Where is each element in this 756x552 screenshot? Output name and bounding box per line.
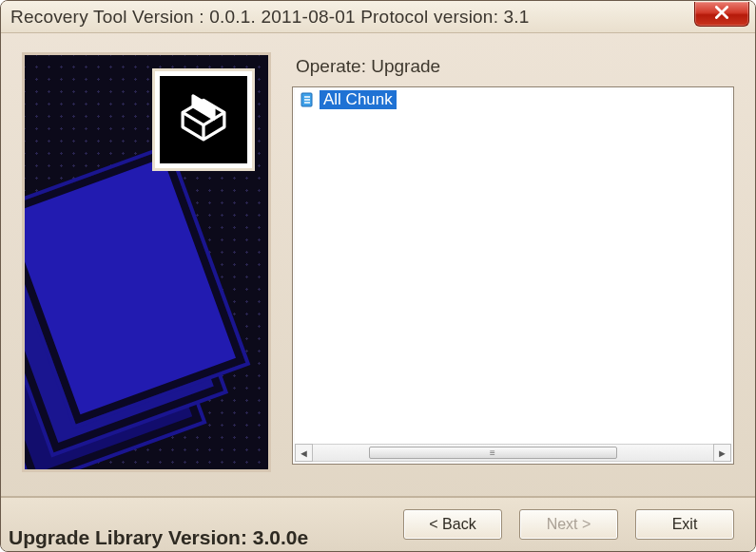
chunk-list[interactable]: All Chunk — [295, 89, 731, 444]
printer-badge — [152, 68, 255, 171]
titlebar[interactable]: Recovery Tool Version : 0.0.1. 2011-08-0… — [1, 1, 755, 33]
wizard-side-image — [22, 52, 271, 472]
recovery-tool-window: Recovery Tool Version : 0.0.1. 2011-08-0… — [0, 0, 756, 552]
main-pane: Operate: Upgrade All Chunk ◄ — [292, 52, 734, 497]
window-title: Recovery Tool Version : 0.0.1. 2011-08-0… — [10, 7, 530, 28]
printer-icon — [170, 86, 237, 155]
back-button[interactable]: < Back — [403, 509, 502, 540]
scroll-left-button[interactable]: ◄ — [295, 444, 313, 462]
scroll-thumb[interactable]: ≡ — [369, 447, 617, 459]
next-button: Next > — [519, 509, 618, 540]
dialog-footer: Upgrade Library Version: 3.0.0e < Back N… — [1, 496, 755, 551]
exit-button[interactable]: Exit — [635, 509, 734, 540]
chunk-list-box: All Chunk ◄ ≡ ► — [292, 86, 734, 465]
tree-item-label: All Chunk — [320, 90, 397, 109]
file-icon — [299, 91, 316, 108]
close-button[interactable] — [694, 2, 749, 27]
scroll-right-button[interactable]: ► — [713, 444, 731, 462]
tree-item-all-chunk[interactable]: All Chunk — [295, 89, 731, 110]
dialog-body: Operate: Upgrade All Chunk ◄ — [1, 33, 755, 497]
close-icon — [715, 6, 728, 22]
horizontal-scrollbar[interactable]: ◄ ≡ ► — [295, 444, 731, 462]
library-version-label: Upgrade Library Version: 3.0.0e — [9, 526, 308, 549]
operate-label: Operate: Upgrade — [296, 56, 734, 77]
scroll-track[interactable]: ≡ — [313, 444, 713, 462]
